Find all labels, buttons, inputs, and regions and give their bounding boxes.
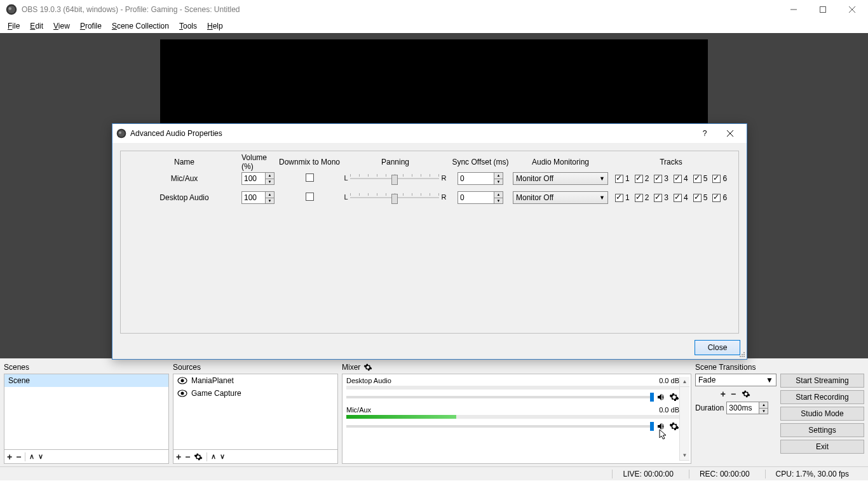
header-mono: Downmix to Mono: [278, 158, 341, 166]
track-2-checkbox[interactable]: [635, 175, 643, 183]
channel-settings-button[interactable]: [669, 421, 679, 431]
minimize-button[interactable]: [779, 0, 808, 19]
exit-button[interactable]: Exit: [780, 440, 864, 454]
monitor-combo[interactable]: Monitor Off▼: [513, 172, 608, 185]
svg-point-8: [118, 130, 125, 137]
move-source-down-button[interactable]: ∨: [220, 452, 225, 461]
scenes-list[interactable]: Scene: [4, 374, 169, 450]
bottom-panels: Scenes Scene + − ∧ ∨ Sources ManiaPlanet…: [0, 358, 868, 466]
track-6-checkbox[interactable]: [712, 175, 721, 183]
settings-button[interactable]: Settings: [780, 423, 864, 437]
move-scene-down-button[interactable]: ∨: [38, 452, 43, 461]
scene-item[interactable]: Scene: [4, 374, 168, 387]
track-1-checkbox[interactable]: [615, 175, 623, 183]
track-4-checkbox[interactable]: [674, 175, 682, 183]
track-1-checkbox[interactable]: [615, 194, 623, 202]
dialog-help-button[interactable]: ?: [692, 124, 717, 143]
track-3-checkbox[interactable]: [654, 194, 662, 202]
track-label: 4: [684, 193, 688, 202]
scroll-up-icon[interactable]: ▲: [680, 377, 689, 387]
spin-up-icon[interactable]: ▲: [494, 173, 503, 179]
dialog-close-button[interactable]: Close: [695, 340, 740, 355]
mixer-settings-button[interactable]: [363, 362, 373, 372]
sync-spinbox[interactable]: ▲▼: [458, 172, 503, 185]
track-3-checkbox[interactable]: [654, 175, 662, 183]
channel-settings-button[interactable]: [669, 392, 679, 402]
dialog-titlebar[interactable]: Advanced Audio Properties ?: [112, 124, 747, 143]
spin-up-icon[interactable]: ▲: [494, 192, 503, 198]
maximize-button[interactable]: [808, 0, 837, 19]
source-properties-button[interactable]: [194, 452, 203, 461]
header-sync: Sync Offset (ms): [450, 158, 511, 166]
transition-settings-button[interactable]: [741, 389, 751, 399]
track-5-checkbox[interactable]: [693, 175, 702, 183]
duration-spinbox[interactable]: ▲▼: [726, 402, 768, 414]
track-label: 1: [625, 193, 630, 202]
menu-edit[interactable]: Edit: [25, 20, 48, 32]
menu-profile[interactable]: Profile: [75, 20, 107, 32]
track-5-checkbox[interactable]: [693, 194, 702, 202]
spin-down-icon[interactable]: ▼: [494, 198, 503, 204]
remove-scene-button[interactable]: −: [16, 452, 21, 462]
spin-up-icon[interactable]: ▲: [266, 192, 274, 198]
close-window-button[interactable]: [837, 0, 867, 19]
spin-up-icon[interactable]: ▲: [759, 402, 768, 409]
spin-up-icon[interactable]: ▲: [266, 173, 274, 179]
mixer-scrollbar[interactable]: ▲ ▼: [679, 377, 689, 461]
spin-down-icon[interactable]: ▼: [266, 179, 274, 185]
mono-checkbox[interactable]: [306, 173, 314, 182]
remove-source-button[interactable]: −: [185, 452, 190, 462]
sync-input[interactable]: [458, 192, 494, 203]
scroll-down-icon[interactable]: ▼: [680, 451, 689, 461]
visibility-icon[interactable]: [177, 390, 187, 397]
header-monitor: Audio Monitoring: [511, 158, 610, 166]
obs-logo-icon: [116, 128, 126, 139]
mono-checkbox[interactable]: [306, 193, 314, 201]
volume-slider[interactable]: [346, 396, 654, 398]
remove-transition-button[interactable]: −: [731, 389, 736, 399]
track-4-checkbox[interactable]: [674, 194, 682, 202]
studio-mode-button[interactable]: Studio Mode: [780, 407, 864, 421]
move-source-up-button[interactable]: ∧: [211, 452, 216, 461]
start-streaming-button[interactable]: Start Streaming: [780, 374, 864, 388]
volume-input[interactable]: [242, 192, 265, 203]
start-recording-button[interactable]: Start Recording: [780, 390, 864, 404]
status-cpu: CPU: 1.7%, 30.00 fps: [765, 470, 849, 478]
volume-spinbox[interactable]: ▲▼: [241, 191, 275, 204]
pan-right-label: R: [441, 193, 446, 201]
panning-slider[interactable]: [350, 192, 439, 203]
sync-spinbox[interactable]: ▲▼: [458, 191, 503, 204]
menu-help[interactable]: Help: [202, 20, 228, 32]
add-transition-button[interactable]: +: [721, 389, 726, 399]
dialog-close-x-button[interactable]: [717, 124, 743, 143]
sources-list[interactable]: ManiaPlanet Game Capture: [173, 374, 338, 450]
transition-select[interactable]: Fade▼: [695, 374, 776, 386]
spin-down-icon[interactable]: ▼: [494, 179, 503, 185]
track-6-checkbox[interactable]: [712, 194, 721, 202]
menu-file[interactable]: File: [3, 20, 25, 32]
track-2-checkbox[interactable]: [635, 194, 643, 202]
sync-input[interactable]: [458, 173, 494, 184]
monitor-combo[interactable]: Monitor Off▼: [513, 191, 608, 204]
add-scene-button[interactable]: +: [7, 452, 12, 462]
menu-tools[interactable]: Tools: [174, 20, 202, 32]
volume-input[interactable]: [242, 173, 265, 184]
menu-scene-collection[interactable]: Scene Collection: [107, 20, 174, 32]
menu-view[interactable]: View: [48, 20, 75, 32]
dialog-body: Name Volume (%) Downmix to Mono Panning …: [120, 151, 739, 334]
visibility-icon[interactable]: [177, 377, 187, 384]
spin-down-icon[interactable]: ▼: [759, 409, 768, 414]
duration-input[interactable]: [727, 402, 759, 414]
mute-button[interactable]: [656, 392, 667, 402]
resize-grip-icon[interactable]: [738, 350, 745, 358]
source-item[interactable]: ManiaPlanet: [173, 374, 337, 387]
controls-panel: Start Streaming Start Recording Studio M…: [780, 361, 864, 464]
panning-slider[interactable]: [350, 173, 439, 184]
volume-spinbox[interactable]: ▲▼: [241, 172, 275, 185]
svg-point-2: [9, 7, 12, 10]
move-scene-up-button[interactable]: ∧: [29, 452, 34, 461]
add-source-button[interactable]: +: [176, 452, 181, 462]
source-item[interactable]: Game Capture: [173, 387, 337, 400]
volume-slider[interactable]: [346, 425, 654, 428]
spin-down-icon[interactable]: ▼: [266, 198, 274, 204]
